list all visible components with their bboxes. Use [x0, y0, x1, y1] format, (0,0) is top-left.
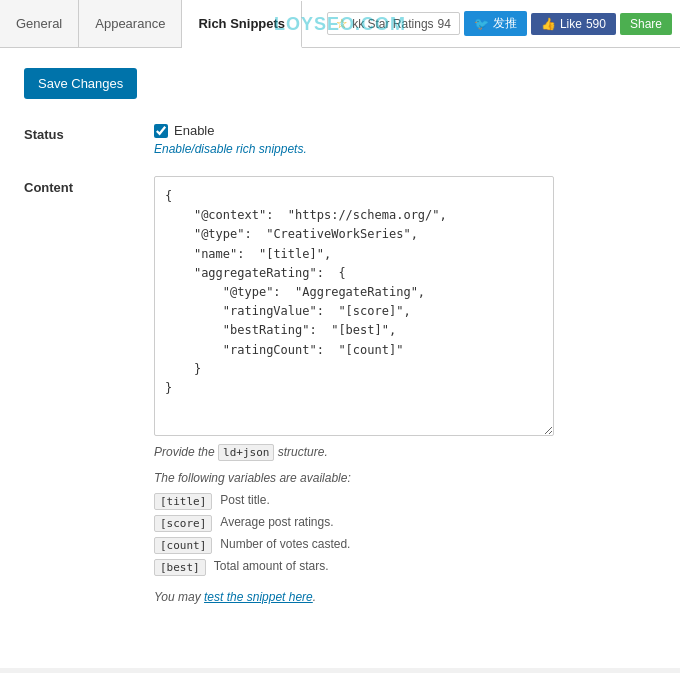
tab-appearance[interactable]: Appearance [79, 0, 182, 47]
weibo-button[interactable]: 🐦 发推 [464, 11, 527, 36]
tab-rich-snippets[interactable]: Rich Snippets [182, 1, 302, 48]
status-field: Enable Enable/disable rich snippets. [154, 123, 656, 156]
test-suffix: . [313, 590, 316, 604]
main-content: Save Changes Status Enable Enable/disabl… [0, 48, 680, 668]
variable-tag: [score] [154, 515, 212, 532]
enable-label: Enable [174, 123, 214, 138]
variable-desc: Number of votes casted. [220, 537, 350, 551]
variable-tag: [best] [154, 559, 206, 576]
weibo-label: 发推 [493, 15, 517, 32]
test-snippet-link[interactable]: test the snippet here [204, 590, 313, 604]
code-tag: ld+json [218, 444, 274, 461]
weibo-icon: 🐦 [474, 17, 489, 31]
social-buttons: ☆ kk Star Ratings 94 🐦 发推 👍 Like 590 Sha… [327, 11, 680, 36]
save-changes-button[interactable]: Save Changes [24, 68, 137, 99]
variable-tag: [title] [154, 493, 212, 510]
share-button[interactable]: Share [620, 13, 672, 35]
star-count: 94 [438, 17, 451, 31]
star-ratings-button[interactable]: ☆ kk Star Ratings 94 [327, 12, 460, 35]
variables-list: [title]Post title.[score]Average post ra… [154, 493, 656, 576]
provide-text-before: Provide the [154, 445, 218, 459]
tab-general[interactable]: General [0, 0, 79, 47]
enable-checkbox-row: Enable [154, 123, 656, 138]
provide-text-after: structure. [274, 445, 327, 459]
variable-tag: [count] [154, 537, 212, 554]
star-ratings-label: kk Star Ratings [352, 17, 433, 31]
thumbs-up-icon: 👍 [541, 17, 556, 31]
variable-row: [count]Number of votes casted. [154, 537, 656, 554]
status-hint: Enable/disable rich snippets. [154, 142, 656, 156]
variable-desc: Total amount of stars. [214, 559, 329, 573]
enable-checkbox[interactable] [154, 124, 168, 138]
variable-row: [title]Post title. [154, 493, 656, 510]
content-row: Content { "@context": "https://schema.or… [24, 176, 656, 604]
like-count: 590 [586, 17, 606, 31]
status-label: Status [24, 123, 154, 142]
like-button[interactable]: 👍 Like 590 [531, 13, 616, 35]
test-prefix: You may [154, 590, 204, 604]
share-label: Share [630, 17, 662, 31]
like-label: Like [560, 17, 582, 31]
variable-desc: Post title. [220, 493, 269, 507]
test-link-text: You may test the snippet here. [154, 590, 656, 604]
variable-row: [score]Average post ratings. [154, 515, 656, 532]
variable-desc: Average post ratings. [220, 515, 333, 529]
content-label: Content [24, 176, 154, 195]
top-nav-bar: General Appearance Rich Snippets ☆ kk St… [0, 0, 680, 48]
variables-title: The following variables are available: [154, 471, 656, 485]
content-field: { "@context": "https://schema.org/", "@t… [154, 176, 656, 604]
star-icon: ☆ [336, 16, 348, 31]
variable-row: [best]Total amount of stars. [154, 559, 656, 576]
status-row: Status Enable Enable/disable rich snippe… [24, 123, 656, 156]
json-textarea[interactable]: { "@context": "https://schema.org/", "@t… [154, 176, 554, 436]
provide-text: Provide the ld+json structure. [154, 445, 656, 459]
